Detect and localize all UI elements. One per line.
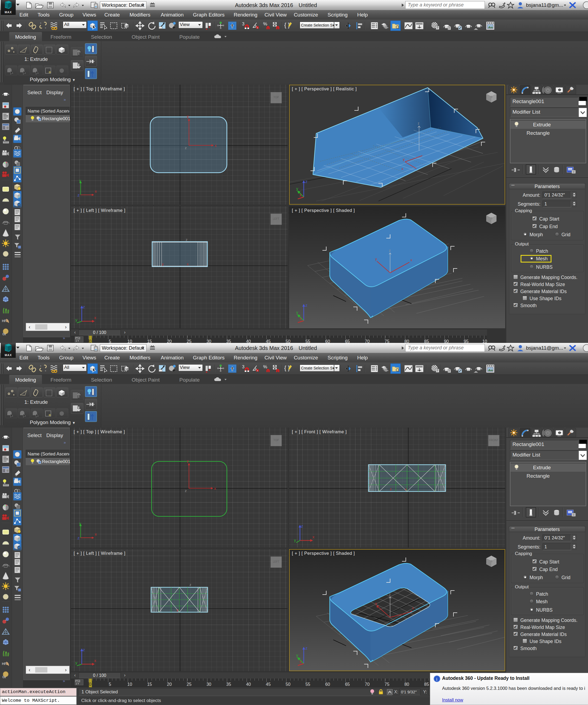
svg-text:x: x bbox=[214, 486, 216, 491]
svg-text:✳: ✳ bbox=[40, 22, 42, 25]
svg-text:z: z bbox=[185, 146, 187, 150]
svg-text:z: z bbox=[83, 304, 85, 309]
svg-text:y: y bbox=[75, 660, 78, 665]
svg-text:y: y bbox=[177, 608, 178, 612]
svg-text:y: y bbox=[296, 310, 298, 315]
svg-text:0x: 0x bbox=[2, 332, 6, 336]
svg-text:y: y bbox=[79, 178, 81, 183]
svg-text:z: z bbox=[390, 487, 392, 491]
svg-text:x: x bbox=[94, 658, 96, 663]
svg-text:z: z bbox=[185, 489, 187, 493]
svg-text:y: y bbox=[294, 538, 296, 543]
svg-text:x: x bbox=[312, 534, 315, 539]
svg-text:z: z bbox=[301, 524, 303, 528]
svg-text:3: 3 bbox=[242, 21, 244, 26]
svg-text:%: % bbox=[263, 21, 267, 27]
svg-text:x: x bbox=[94, 315, 96, 320]
svg-text:z: z bbox=[186, 238, 188, 242]
svg-text:z: z bbox=[389, 249, 391, 252]
svg-text:✳: ✳ bbox=[45, 370, 47, 372]
svg-text:✲: ✲ bbox=[17, 538, 20, 542]
svg-text:0x: 0x bbox=[2, 675, 6, 679]
svg-text:x: x bbox=[95, 189, 97, 193]
svg-text:y: y bbox=[187, 459, 189, 463]
svg-text:x: x bbox=[215, 143, 217, 148]
svg-text:i: i bbox=[436, 676, 438, 682]
svg-text:z: z bbox=[78, 193, 80, 197]
svg-text:x: x bbox=[187, 262, 189, 266]
svg-text:z: z bbox=[78, 535, 80, 540]
svg-text:y: y bbox=[162, 262, 164, 266]
svg-text:x: x bbox=[300, 316, 302, 321]
svg-text:x: x bbox=[410, 258, 412, 262]
svg-text:z: z bbox=[305, 303, 308, 308]
svg-text:y: y bbox=[79, 521, 81, 526]
svg-text:3: 3 bbox=[242, 365, 244, 369]
svg-text:%: % bbox=[263, 364, 267, 369]
svg-text:x: x bbox=[405, 487, 407, 491]
svg-text:✳: ✳ bbox=[40, 365, 42, 367]
svg-text:HF: HF bbox=[2, 662, 6, 666]
svg-text:y: y bbox=[75, 318, 78, 322]
svg-text:y: y bbox=[187, 114, 189, 119]
svg-text:✳: ✳ bbox=[45, 27, 47, 29]
svg-text:y: y bbox=[375, 257, 377, 261]
svg-text:x: x bbox=[95, 532, 97, 536]
svg-text:HF: HF bbox=[2, 319, 6, 323]
svg-text:✲: ✲ bbox=[17, 195, 20, 199]
svg-text:z: z bbox=[189, 583, 191, 587]
svg-text:z: z bbox=[83, 647, 85, 652]
